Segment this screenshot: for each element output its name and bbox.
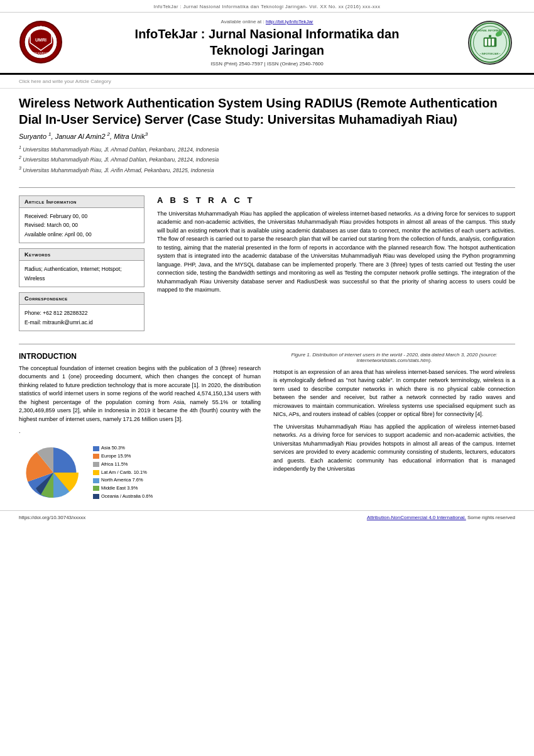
article-authors: Suryanto 1, Januar Al Amin2 2, Mitra Uni… <box>19 131 515 140</box>
figure-caption: Figure 1. Distribution of internet users… <box>273 352 515 363</box>
keywords-box: Keywords Radius; Authentication, Interne… <box>19 248 144 287</box>
doi-link[interactable]: https://doi.org/10.30743/xxxxx <box>19 515 85 520</box>
right-para2: The Universitas Muhammadiyah Riau has ap… <box>273 423 515 474</box>
section-divider <box>19 187 515 188</box>
journal-header-bar: InfoTekJar : Jurnal Nasional Informatika… <box>0 0 534 13</box>
legend-color-na <box>93 478 99 483</box>
abstract-heading: A B S T R A C T <box>157 195 515 205</box>
license-info: Attribution-NonCommercial 4.0 Internatio… <box>367 515 515 520</box>
journal-name: InfoTekJar : Jurnal Nasional Informatika… <box>75 26 459 58</box>
chart-legend: Asia 50.3% Europe 15.9% Africa 11.5% Lat… <box>93 444 153 500</box>
infotekjar-logo-icon: NASIONAL INFORMATIKA • INFOTEKJAR • <box>468 21 512 65</box>
legend-color-latam <box>93 470 99 475</box>
abstract-column: A B S T R A C T The Universitas Muhammad… <box>157 195 515 336</box>
article-category: Click here and write your Article Catego… <box>0 75 534 89</box>
legend-label-europe: Europe 15.9% <box>101 452 131 461</box>
correspondence-header: Correspondence <box>19 293 144 305</box>
revised-date: Revised: March 00, 00 <box>25 221 139 229</box>
legend-color-oceania <box>93 494 99 499</box>
correspondence-box: Correspondence Phone: +62 812 28288322 E… <box>19 292 144 331</box>
abstract-text: The Universitas Muhammadiyah Riau has ap… <box>157 210 515 295</box>
keywords-content: Radius; Authentication, Internet; Hotspo… <box>19 261 144 287</box>
legend-label-me: Middle East 3.9% <box>101 485 138 493</box>
legend-label-africa: Africa 11.5% <box>101 461 128 469</box>
section-divider-2 <box>19 344 515 344</box>
footer: https://doi.org/10.30743/xxxxx Attributi… <box>0 510 534 524</box>
svg-rect-13 <box>492 38 494 45</box>
svg-text:PEKANBARU: PEKANBARU <box>31 52 51 55</box>
phone-number: Phone: +62 812 28288322 <box>25 309 139 317</box>
license-link[interactable]: Attribution-NonCommercial 4.0 Internatio… <box>367 515 466 520</box>
chart-area: Asia 50.3% Europe 15.9% Africa 11.5% Lat… <box>19 441 261 504</box>
left-main-column: INTRODUCTION The conceptual foundation o… <box>19 352 261 504</box>
legend-item: Oceania / Australia 0.6% <box>93 493 153 501</box>
left-info-column: Article Information Received: February 0… <box>19 195 144 336</box>
received-date: Received: February 00, 00 <box>25 212 139 221</box>
legend-color-me <box>93 486 99 491</box>
journal-header: UMRI PEKANBARU Available online at : htt… <box>0 13 534 75</box>
legend-item: Asia 50.3% <box>93 444 153 452</box>
legend-item: North America 7.6% <box>93 476 153 485</box>
journal-title-block: Available online at : http://bit.ly/Info… <box>69 19 465 67</box>
correspondence-content: Phone: +62 812 28288322 E-mail: mitrauni… <box>19 305 144 331</box>
pie-chart-icon <box>19 441 88 504</box>
introduction-para1: The conceptual foundation of internet cr… <box>19 364 261 424</box>
journal-link[interactable]: http://bit.ly/InfoTekJar <box>266 19 313 25</box>
legend-label-na: North America 7.6% <box>101 476 143 485</box>
license-suffix: Some rights reserved <box>466 515 515 520</box>
legend-label-asia: Asia 50.3% <box>101 444 125 452</box>
legend-label-oceania: Oceania / Australia 0.6% <box>101 493 153 501</box>
university-logo-icon: UMRI PEKANBARU <box>19 20 63 64</box>
article-info-content: Received: February 00, 00 Revised: March… <box>19 208 144 243</box>
legend-color-africa <box>93 462 99 467</box>
legend-item: Lat Am / Carib. 10.1% <box>93 469 153 477</box>
svg-text:• INFOTEKJAR •: • INFOTEKJAR • <box>480 52 501 55</box>
intro-dot: . <box>19 427 261 436</box>
available-date: Available online: April 00, 00 <box>25 230 139 239</box>
logo-right: NASIONAL INFORMATIKA • INFOTEKJAR • <box>465 21 515 65</box>
article-info-box: Article Information Received: February 0… <box>19 195 144 243</box>
email-address: E-mail: mitraunik@umri.ac.id <box>25 318 139 327</box>
legend-color-asia <box>93 446 99 451</box>
legend-label-latam: Lat Am / Carib. 10.1% <box>101 469 147 477</box>
article-title: Wireless Network Authentication System U… <box>19 95 515 128</box>
svg-text:UMRI: UMRI <box>35 38 46 42</box>
svg-rect-11 <box>485 38 488 45</box>
available-online-text: Available online at : http://bit.ly/Info… <box>75 19 459 25</box>
journal-issn: ISSN (Print) 2540-7597 | ISSN (Online) 2… <box>75 61 459 67</box>
legend-item: Europe 15.9% <box>93 452 153 461</box>
right-para1: Hotspot is an expression of an area that… <box>273 368 515 419</box>
affiliations: 1 Universitas Muhammadiyah Riau, Jl. Ahm… <box>19 144 515 175</box>
legend-color-europe <box>93 454 99 459</box>
legend-item: Africa 11.5% <box>93 461 153 469</box>
article-info-header: Article Information <box>19 196 144 208</box>
introduction-heading: INTRODUCTION <box>19 352 261 361</box>
journal-header-text: InfoTekJar : Jurnal Nasional Informatika… <box>153 4 380 9</box>
svg-rect-12 <box>488 38 491 45</box>
keywords-header: Keywords <box>19 249 144 261</box>
legend-item: Middle East 3.9% <box>93 485 153 493</box>
svg-point-2 <box>28 30 53 55</box>
abstract-section: Article Information Received: February 0… <box>0 195 534 336</box>
main-content: INTRODUCTION The conceptual foundation o… <box>0 352 534 504</box>
article-title-section: Wireless Network Authentication System U… <box>0 89 534 180</box>
right-main-column: Figure 1. Distribution of internet users… <box>273 352 515 504</box>
logo-left: UMRI PEKANBARU <box>19 20 69 65</box>
